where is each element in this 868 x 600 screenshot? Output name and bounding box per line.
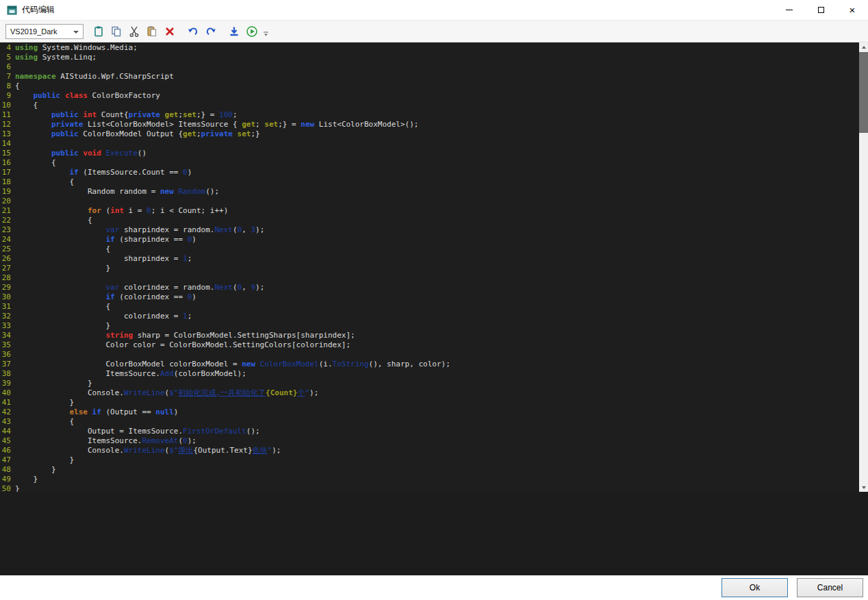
code-text: } xyxy=(11,398,74,408)
line-number: 32 xyxy=(0,312,11,321)
code-line: 15 public void Execute() xyxy=(0,149,859,158)
code-line: 42 else if (Output == null) xyxy=(0,408,859,417)
code-text: sharpindex = 1; xyxy=(11,254,192,264)
code-line: 22 { xyxy=(0,216,859,225)
run-button[interactable] xyxy=(244,23,260,40)
toolbar: VS2019_Dark xyxy=(0,21,868,42)
code-line: 10 { xyxy=(0,101,859,110)
code-text: public class ColorBoxFactory xyxy=(11,91,160,101)
code-line: 49 } xyxy=(0,475,859,484)
line-number: 10 xyxy=(0,101,11,110)
undo-button[interactable] xyxy=(185,23,201,40)
code-line: 17 if (ItemsSource.Count == 0) xyxy=(0,168,859,177)
line-number: 27 xyxy=(0,264,11,273)
code-text: } xyxy=(11,379,92,388)
cut-icon xyxy=(128,25,140,38)
line-number: 16 xyxy=(0,158,11,168)
code-text: Console.WriteLine($"初始化完成,一共初始化了{Count}个… xyxy=(11,388,318,398)
lower-panel xyxy=(0,492,868,575)
code-line: 36 xyxy=(0,350,859,360)
maximize-icon[interactable] xyxy=(805,0,837,20)
line-number: 38 xyxy=(0,369,11,379)
line-number: 45 xyxy=(0,436,11,446)
code-text: if (ItemsSource.Count == 0) xyxy=(11,168,192,177)
app-icon xyxy=(7,5,18,16)
titlebar: 代码编辑 × xyxy=(0,0,868,21)
new-icon xyxy=(92,25,105,38)
run-icon xyxy=(246,25,258,38)
code-lines: 4using System.Windows.Media;5using Syste… xyxy=(0,43,859,492)
ok-button[interactable]: Ok xyxy=(722,578,788,597)
code-text: Output = ItemsSource.FirstOrDefault(); xyxy=(11,427,260,436)
line-number: 21 xyxy=(0,206,11,216)
code-text: public ColorBoxModel Output {get;private… xyxy=(11,129,260,139)
code-line: 23 var sharpindex = random.Next(0, 3); xyxy=(0,225,859,235)
line-number: 43 xyxy=(0,417,11,427)
code-line: 47 } xyxy=(0,455,859,465)
line-number: 9 xyxy=(0,91,11,101)
paste-button[interactable] xyxy=(144,23,160,40)
code-text xyxy=(11,273,15,283)
code-editor[interactable]: 4using System.Windows.Media;5using Syste… xyxy=(0,42,859,492)
line-number: 23 xyxy=(0,225,11,235)
code-text: ItemsSource.Add(colorBoxModel); xyxy=(11,369,246,379)
save-icon xyxy=(228,25,240,38)
delete-button[interactable] xyxy=(162,23,178,40)
theme-select[interactable]: VS2019_Dark xyxy=(5,24,84,39)
copy-button[interactable] xyxy=(108,23,125,40)
save-button[interactable] xyxy=(226,23,242,40)
code-line: 11 public int Count{private get;set;} = … xyxy=(0,110,859,120)
scroll-down-icon[interactable] xyxy=(859,483,868,492)
code-line: 39 } xyxy=(0,379,859,388)
code-text: if (sharpindex == 0) xyxy=(11,235,196,245)
scroll-up-icon[interactable] xyxy=(859,42,868,51)
code-text: using System.Linq; xyxy=(11,53,97,62)
line-number: 34 xyxy=(0,331,11,340)
line-number: 13 xyxy=(0,129,11,139)
line-number: 37 xyxy=(0,360,11,369)
code-text: string sharp = ColorBoxModel.SettingShar… xyxy=(11,331,355,340)
scrollbar-thumb[interactable] xyxy=(859,52,868,133)
line-number: 46 xyxy=(0,446,11,455)
redo-button[interactable] xyxy=(203,23,219,40)
code-line: 30 if (colorindex == 0) xyxy=(0,292,859,302)
line-number: 44 xyxy=(0,427,11,436)
code-line: 20 xyxy=(0,197,859,206)
code-text: { xyxy=(11,82,20,91)
code-text: for (int i = 0; i < Count; i++) xyxy=(11,206,228,216)
cut-button[interactable] xyxy=(126,23,142,40)
line-number: 29 xyxy=(0,283,11,292)
line-number: 6 xyxy=(0,62,11,72)
code-text: { xyxy=(11,417,74,427)
line-number: 20 xyxy=(0,197,11,206)
code-text: } xyxy=(11,484,20,492)
code-line: 44 Output = ItemsSource.FirstOrDefault()… xyxy=(0,427,859,436)
code-text: public int Count{private get;set;} = 100… xyxy=(11,110,238,120)
code-line: 29 var colorindex = random.Next(0, 9); xyxy=(0,283,859,292)
close-icon[interactable]: × xyxy=(837,0,868,20)
line-number: 47 xyxy=(0,455,11,465)
code-line: 6 xyxy=(0,62,859,72)
code-text: { xyxy=(11,216,92,225)
code-line: 28 xyxy=(0,273,859,283)
minimize-icon[interactable] xyxy=(774,0,805,20)
line-number: 12 xyxy=(0,120,11,129)
code-text: public void Execute() xyxy=(11,149,146,158)
copy-icon xyxy=(110,25,123,38)
paste-icon xyxy=(146,25,158,38)
code-text xyxy=(11,350,15,360)
code-line: 8{ xyxy=(0,82,859,91)
overflow-icon xyxy=(263,32,269,37)
code-text xyxy=(11,197,15,206)
line-number: 35 xyxy=(0,340,11,350)
code-line: 7namespace AIStudio.Wpf.CSharpScript xyxy=(0,72,859,82)
cancel-button[interactable]: Cancel xyxy=(797,578,863,597)
line-number: 30 xyxy=(0,292,11,302)
code-text: { xyxy=(11,302,110,312)
vertical-scrollbar[interactable] xyxy=(859,42,868,492)
code-text: } xyxy=(11,475,38,484)
code-line: 40 Console.WriteLine($"初始化完成,一共初始化了{Coun… xyxy=(0,388,859,398)
line-number: 14 xyxy=(0,139,11,149)
new-button[interactable] xyxy=(90,23,107,40)
toolbar-overflow-button[interactable] xyxy=(261,23,270,40)
